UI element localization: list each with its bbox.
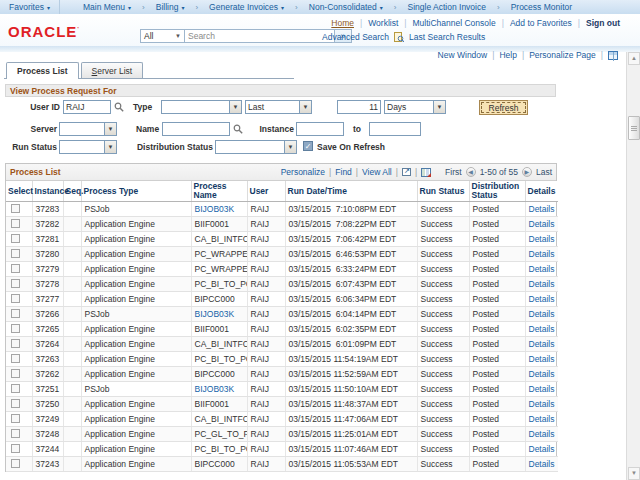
type-select[interactable]: ▼ <box>161 100 242 114</box>
row-select-checkbox[interactable] <box>11 309 20 318</box>
server-select[interactable]: ▼ <box>59 122 117 136</box>
breadcrumb-item-single-action-invoice[interactable]: Single Action Invoice <box>399 0 495 14</box>
user-id-lookup-icon[interactable] <box>114 102 124 112</box>
row-select-checkbox[interactable] <box>11 444 20 453</box>
row-select-checkbox[interactable] <box>11 204 20 213</box>
process-name-link[interactable]: BIJOB03K <box>195 204 235 214</box>
cell-seq <box>63 337 81 352</box>
search-input[interactable] <box>185 29 335 43</box>
details-link[interactable]: Details <box>529 384 555 394</box>
header-link-multichannel-console[interactable]: MultiChannel Console <box>413 18 496 28</box>
last-select[interactable]: Last▼ <box>245 100 312 114</box>
instance-from-input[interactable] <box>296 122 344 136</box>
tab-process-list[interactable]: Process List <box>6 62 79 78</box>
distribution-status-select[interactable]: ▼ <box>215 140 297 154</box>
run-status-select[interactable]: ▼ <box>59 140 117 154</box>
pager-first[interactable]: First <box>445 167 462 177</box>
cell-run-status: Success <box>417 277 469 292</box>
user-id-input[interactable] <box>63 100 111 114</box>
row-select-checkbox[interactable] <box>11 414 20 423</box>
help-link[interactable]: Help <box>499 50 516 60</box>
row-select-checkbox[interactable] <box>11 219 20 228</box>
row-select-checkbox[interactable] <box>11 384 20 393</box>
vertical-scrollbar[interactable]: ▲ ▼ <box>626 52 640 480</box>
tab-server-list[interactable]: Server List <box>81 62 144 78</box>
header-link-add-to-favorites[interactable]: Add to Favorites <box>510 18 572 28</box>
instance-to-input[interactable] <box>369 122 421 136</box>
details-link[interactable]: Details <box>529 444 555 454</box>
personalize-link[interactable]: Personalize <box>281 167 325 177</box>
details-link[interactable]: Details <box>529 399 555 409</box>
new-window-link[interactable]: New Window <box>438 50 488 60</box>
zoom-grid-icon[interactable] <box>402 168 411 176</box>
row-select-checkbox[interactable] <box>11 264 20 273</box>
cell-seq <box>63 397 81 412</box>
row-select-checkbox[interactable] <box>11 399 20 408</box>
details-link[interactable]: Details <box>529 459 555 469</box>
process-name-link[interactable]: BIJOB03K <box>195 384 235 394</box>
search-scope-select[interactable]: All ▼ <box>140 29 185 43</box>
scroll-down-arrow-icon[interactable]: ▼ <box>628 467 640 480</box>
row-select-checkbox[interactable] <box>11 369 20 378</box>
download-to-excel-icon[interactable] <box>421 168 431 177</box>
header-link-home[interactable]: Home <box>331 18 354 28</box>
name-lookup-icon[interactable] <box>233 124 243 134</box>
cell-details: Details <box>525 232 558 247</box>
personalize-page-link[interactable]: Personalize Page <box>529 50 596 60</box>
breadcrumb-item-main-menu[interactable]: Main Menu▾ <box>74 0 140 14</box>
details-link[interactable]: Details <box>529 309 555 319</box>
process-name-text: PC_BI_TO_PC <box>195 279 248 289</box>
pager-last[interactable]: Last <box>536 167 552 177</box>
breadcrumb-item-label: Billing <box>156 2 179 12</box>
last-search-results-link[interactable]: Last Search Results <box>409 32 485 42</box>
row-select-checkbox[interactable] <box>11 339 20 348</box>
details-link[interactable]: Details <box>529 369 555 379</box>
days-unit-select[interactable]: Days▼ <box>384 100 446 114</box>
scroll-up-arrow-icon[interactable]: ▲ <box>628 52 640 65</box>
previous-page-icon[interactable]: ◀ <box>466 167 476 177</box>
next-page-icon[interactable]: ▶ <box>522 167 532 177</box>
row-select-checkbox[interactable] <box>11 459 20 468</box>
details-link[interactable]: Details <box>529 204 555 214</box>
row-select-checkbox[interactable] <box>11 429 20 438</box>
breadcrumb-item-favorites[interactable]: Favorites▾ <box>0 0 60 14</box>
row-select-checkbox[interactable] <box>11 249 20 258</box>
process-name-link[interactable]: BIJOB03K <box>195 309 235 319</box>
refresh-button[interactable]: Refresh <box>479 100 528 115</box>
row-select-checkbox[interactable] <box>11 279 20 288</box>
breadcrumb-item-generate-invoices[interactable]: Generate Invoices▾ <box>200 0 293 14</box>
details-link[interactable]: Details <box>529 294 555 304</box>
header-link-sign-out[interactable]: Sign out <box>586 18 620 28</box>
row-select-checkbox[interactable] <box>11 294 20 303</box>
copy-url-icon[interactable] <box>608 51 618 60</box>
details-link[interactable]: Details <box>529 249 555 259</box>
details-link[interactable]: Details <box>529 264 555 274</box>
header-link-worklist[interactable]: Worklist <box>368 18 398 28</box>
find-link[interactable]: Find <box>335 167 352 177</box>
details-link[interactable]: Details <box>529 354 555 364</box>
cell-seq <box>63 322 81 337</box>
cell-run-datetime: 03/15/2015 6:01:09PM EDT <box>285 337 417 352</box>
row-select-checkbox[interactable] <box>11 324 20 333</box>
breadcrumb-item-billing[interactable]: Billing▾ <box>147 0 194 14</box>
details-link[interactable]: Details <box>529 414 555 424</box>
row-select-checkbox[interactable] <box>11 234 20 243</box>
last-select-value: Last <box>246 101 299 113</box>
server-select-value <box>60 123 104 135</box>
details-link[interactable]: Details <box>529 219 555 229</box>
details-link[interactable]: Details <box>529 324 555 334</box>
view-all-link[interactable]: View All <box>362 167 392 177</box>
view-process-request-header: View Process Request For <box>5 84 556 97</box>
details-link[interactable]: Details <box>529 234 555 244</box>
scrollbar-thumb[interactable] <box>628 116 640 140</box>
details-link[interactable]: Details <box>529 429 555 439</box>
name-input[interactable] <box>162 122 230 136</box>
advanced-search-link[interactable]: Advanced Search <box>322 32 389 42</box>
details-link[interactable]: Details <box>529 279 555 289</box>
save-on-refresh-checkbox[interactable]: ✓ <box>303 141 313 151</box>
breadcrumb-item-process-monitor[interactable]: Process Monitor <box>502 0 581 14</box>
row-select-checkbox[interactable] <box>11 354 20 363</box>
days-count-input[interactable] <box>337 100 381 114</box>
details-link[interactable]: Details <box>529 339 555 349</box>
breadcrumb-item-non-consolidated[interactable]: Non-Consolidated▾ <box>300 0 392 14</box>
